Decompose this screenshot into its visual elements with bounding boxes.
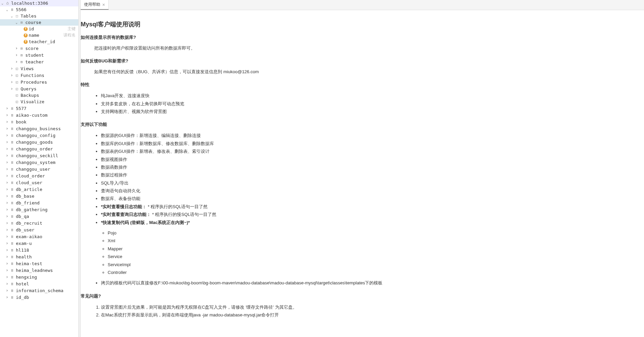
chevron-right-icon[interactable]	[5, 240, 9, 246]
chevron-down-icon[interactable]	[0, 0, 5, 6]
tree-db-item[interactable]: changgou_order	[0, 145, 78, 152]
feature-item: 支持网络图片、视频为软件背景图	[101, 108, 634, 115]
chevron-right-icon[interactable]	[5, 125, 9, 132]
chevron-right-icon[interactable]	[9, 79, 14, 85]
tree-db-item[interactable]: id_db	[0, 294, 78, 301]
tree-visualize[interactable]: Visualize	[0, 99, 78, 105]
chevron-right-icon[interactable]	[5, 247, 9, 253]
chevron-right-icon[interactable]	[5, 152, 9, 159]
tree-db-item[interactable]: changgou_goods	[0, 139, 78, 145]
tree-db-item[interactable]: db_qa	[0, 213, 78, 220]
tree-db-5566[interactable]: 5566	[0, 6, 78, 13]
tree-db-item[interactable]: db_recruit	[0, 220, 78, 226]
tree-column-teacher-id[interactable]: teacher_id	[0, 38, 78, 45]
chevron-right-icon[interactable]	[5, 294, 9, 300]
chevron-down-icon[interactable]	[14, 20, 19, 25]
db-label: 5566	[16, 7, 26, 12]
faq-item: 在Mac系统打开界面显示乱码，则请在终端使用java -jar madou-da…	[101, 311, 634, 319]
tree-column-name[interactable]: name 课程名	[0, 32, 78, 38]
tree-querys[interactable]: Querys	[0, 85, 78, 92]
tree-db-item[interactable]: exam-aikao	[0, 233, 78, 240]
chevron-right-icon[interactable]	[5, 179, 9, 186]
chevron-right-icon[interactable]	[5, 186, 9, 192]
chevron-down-icon[interactable]	[5, 7, 9, 12]
tree-column-id[interactable]: id 主键	[0, 26, 78, 32]
tree-db-item[interactable]: heima_leadnews	[0, 267, 78, 274]
tree-db-item[interactable]: aikao-custom	[0, 112, 78, 118]
chevron-right-icon[interactable]	[5, 233, 9, 240]
chevron-right-icon[interactable]	[5, 200, 9, 206]
tree-views[interactable]: Views	[0, 65, 78, 72]
tree-db-item[interactable]: cloud_order	[0, 172, 78, 179]
tree-db-item[interactable]: db_article	[0, 186, 78, 193]
tree-db-item[interactable]: 5577	[0, 105, 78, 112]
tree-tables[interactable]: Tables	[0, 13, 78, 19]
chevron-right-icon[interactable]	[5, 166, 9, 172]
tree-db-item[interactable]: hl118	[0, 247, 78, 253]
procedures-icon	[14, 80, 20, 84]
chevron-right-icon[interactable]	[5, 132, 9, 138]
tree-db-item[interactable]: changgou_config	[0, 132, 78, 139]
querys-label: Querys	[21, 86, 36, 92]
tree-backups[interactable]: Backups	[0, 92, 78, 99]
db-label: exam-aikao	[16, 234, 42, 240]
chevron-right-icon[interactable]	[5, 254, 9, 260]
tree-db-item[interactable]: heima-test	[0, 260, 78, 267]
chevron-right-icon[interactable]	[5, 227, 9, 233]
tree-db-item[interactable]: changgou_system	[0, 159, 78, 166]
chevron-right-icon[interactable]	[5, 260, 9, 266]
chevron-right-icon[interactable]	[5, 274, 9, 280]
close-icon[interactable]: ×	[102, 2, 105, 7]
chevron-right-icon[interactable]	[5, 206, 9, 213]
tree-db-item[interactable]: changgou_business	[0, 125, 78, 132]
chevron-right-icon[interactable]	[9, 86, 14, 92]
chevron-right-icon[interactable]	[5, 220, 9, 226]
db-label: changgou_system	[16, 160, 55, 165]
chevron-right-icon[interactable]	[14, 52, 19, 58]
tree-db-item[interactable]: changgou_seckill	[0, 152, 78, 159]
tree-db-item[interactable]: db_gathering	[0, 206, 78, 213]
chevron-right-icon[interactable]	[5, 267, 9, 273]
database-icon	[9, 207, 15, 212]
tree-procedures[interactable]: Procedures	[0, 79, 78, 85]
tree-db-item[interactable]: db_friend	[0, 199, 78, 206]
tree-db-item[interactable]: information_schema	[0, 287, 78, 294]
db-label: db_base	[16, 193, 34, 199]
tree-table-teacher[interactable]: teacher	[0, 58, 78, 65]
chevron-right-icon[interactable]	[5, 193, 9, 199]
tree-db-item[interactable]: db_base	[0, 193, 78, 199]
chevron-right-icon[interactable]	[5, 173, 9, 179]
chevron-right-icon[interactable]	[5, 213, 9, 219]
chevron-right-icon[interactable]	[5, 112, 9, 118]
tree-db-item[interactable]: book	[0, 118, 78, 125]
tree-db-item[interactable]: hengxing	[0, 274, 78, 280]
tree-table-student[interactable]: student	[0, 52, 78, 58]
tree-db-item[interactable]: health	[0, 253, 78, 260]
database-icon	[9, 167, 15, 171]
tree-host[interactable]: localhost:3306	[0, 0, 78, 6]
chevron-right-icon[interactable]	[14, 59, 19, 65]
tree-functions[interactable]: Functions	[0, 72, 78, 79]
tree-db-item[interactable]: changgou_user	[0, 166, 78, 172]
chevron-right-icon[interactable]	[5, 287, 9, 293]
field-icon	[24, 40, 28, 44]
chevron-right-icon[interactable]	[14, 45, 19, 51]
chevron-right-icon[interactable]	[5, 281, 9, 287]
tree-table-course[interactable]: course	[0, 19, 78, 26]
chevron-right-icon[interactable]	[5, 119, 9, 125]
chevron-right-icon[interactable]	[5, 105, 9, 111]
chevron-right-icon[interactable]	[5, 139, 9, 145]
chevron-down-icon[interactable]	[9, 13, 14, 19]
tree-db-item[interactable]: hotel	[0, 280, 78, 287]
tree-table-score[interactable]: score	[0, 45, 78, 52]
tree-db-item[interactable]: cloud_user	[0, 179, 78, 186]
chevron-right-icon[interactable]	[5, 159, 9, 165]
column-label: teacher_id	[29, 39, 55, 45]
chevron-right-icon[interactable]	[5, 146, 9, 152]
chevron-right-icon[interactable]	[9, 72, 14, 78]
chevron-right-icon[interactable]	[9, 65, 14, 72]
tab-help[interactable]: 使用帮助 ×	[81, 0, 109, 10]
db-label: health	[16, 254, 32, 260]
tree-db-item[interactable]: exam-u	[0, 240, 78, 247]
tree-db-item[interactable]: db_user	[0, 226, 78, 233]
